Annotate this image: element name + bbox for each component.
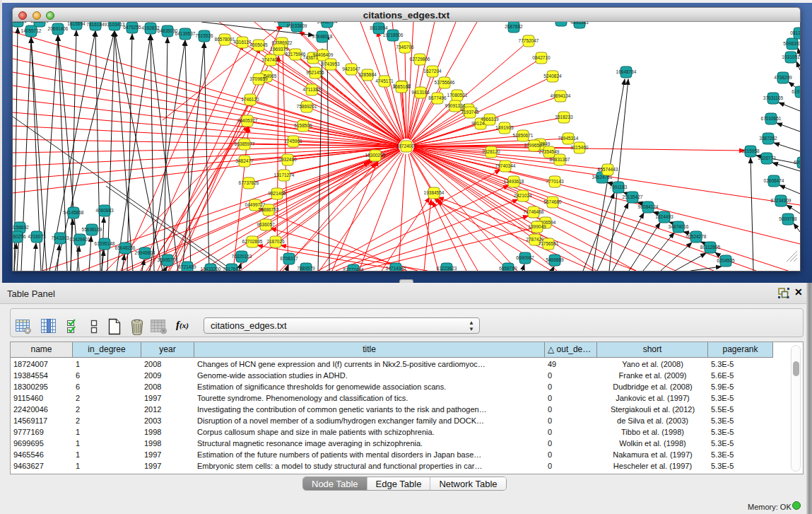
svg-text:1326773: 1326773 (758, 156, 776, 160)
svg-text:1031051: 1031051 (782, 54, 800, 59)
svg-text:14055712: 14055712 (21, 28, 42, 33)
svg-text:13433200: 13433200 (201, 267, 221, 271)
svg-text:51850671: 51850671 (513, 133, 534, 138)
svg-text:3387262: 3387262 (759, 136, 777, 141)
svg-text:3747407: 3747407 (261, 57, 280, 62)
svg-text:7193745: 7193745 (461, 110, 479, 115)
svg-text:00524278: 00524278 (686, 234, 707, 239)
svg-text:4738299: 4738299 (774, 75, 792, 80)
svg-text:16648784: 16648784 (616, 69, 637, 74)
svg-text:54145868: 54145868 (64, 210, 84, 215)
svg-text:2687682: 2687682 (505, 24, 523, 29)
svg-text:4966319: 4966319 (481, 117, 499, 122)
svg-text:0932480: 0932480 (278, 157, 297, 162)
svg-text:67737826: 67737826 (239, 180, 259, 185)
svg-text:77752047: 77752047 (519, 38, 539, 43)
svg-text:5466889: 5466889 (546, 257, 564, 262)
svg-text:36995777: 36995777 (158, 257, 178, 262)
svg-text:9636057: 9636057 (257, 222, 275, 227)
svg-text:4745171: 4745171 (375, 78, 394, 83)
svg-text:7515526: 7515526 (195, 33, 213, 38)
svg-text:1745961: 1745961 (284, 139, 302, 144)
svg-text:4711382: 4711382 (303, 87, 321, 92)
svg-text:13171274: 13171274 (274, 173, 295, 177)
svg-text:71746488: 71746488 (524, 209, 544, 214)
svg-text:3215958: 3215958 (741, 148, 760, 153)
svg-text:49894134: 49894134 (551, 93, 571, 98)
svg-text:86578091: 86578091 (215, 37, 235, 42)
svg-text:7889579: 7889579 (297, 266, 315, 271)
svg-text:7770143: 7770143 (546, 179, 564, 184)
svg-text:25135427: 25135427 (623, 194, 643, 199)
svg-text:80831367: 80831367 (550, 157, 570, 162)
svg-text:8708317: 8708317 (280, 256, 298, 261)
svg-text:93103413: 93103413 (105, 22, 125, 27)
svg-text:96405377: 96405377 (237, 118, 258, 123)
svg-text:3685160: 3685160 (392, 84, 411, 89)
svg-text:5158506: 5158506 (294, 123, 312, 128)
svg-text:6193990: 6193990 (792, 89, 800, 94)
svg-text:7346706: 7346706 (396, 45, 414, 49)
svg-text:34874016: 34874016 (669, 224, 689, 229)
svg-text:76945314: 76945314 (558, 136, 579, 141)
svg-text:13493618: 13493618 (504, 179, 524, 184)
svg-text:17080531: 17080531 (447, 93, 468, 98)
svg-text:5674680: 5674680 (543, 199, 562, 204)
svg-text:61595148: 61595148 (95, 241, 115, 246)
svg-text:16033809: 16033809 (287, 23, 307, 28)
svg-text:3285884: 3285884 (358, 72, 377, 77)
svg-text:18724007: 18724007 (396, 144, 417, 148)
svg-text:60385977: 60385977 (235, 141, 255, 146)
svg-text:75869261: 75869261 (297, 104, 317, 109)
svg-text:1969379: 1969379 (270, 47, 288, 52)
svg-text:7543303: 7543303 (51, 235, 69, 240)
svg-text:7917693: 7917693 (223, 267, 241, 271)
svg-text:5240824: 5240824 (543, 74, 562, 78)
svg-text:37996507: 37996507 (524, 143, 545, 148)
svg-text:1627204: 1627204 (423, 69, 442, 74)
svg-text:4060883: 4060883 (95, 208, 114, 213)
svg-text:18300295: 18300295 (365, 153, 386, 158)
svg-text:6998543: 6998543 (794, 160, 800, 165)
svg-text:04499727: 04499727 (245, 202, 266, 207)
svg-text:20691406: 20691406 (48, 26, 69, 31)
svg-text:5098393: 5098393 (783, 41, 800, 46)
svg-text:1615594: 1615594 (67, 22, 86, 26)
svg-text:9421047: 9421047 (342, 66, 360, 71)
svg-text:4216073: 4216073 (28, 234, 46, 239)
svg-text:8677496: 8677496 (428, 95, 447, 100)
svg-text:02606474: 02606474 (764, 178, 784, 183)
svg-text:9115460: 9115460 (571, 145, 589, 150)
svg-text:76320163: 76320163 (232, 254, 252, 259)
svg-text:6690967: 6690967 (516, 255, 534, 260)
svg-text:62729806: 62729806 (410, 57, 430, 62)
svg-text:0842710: 0842710 (532, 55, 551, 60)
svg-text:7182278: 7182278 (552, 22, 570, 23)
svg-text:4896383: 4896383 (570, 22, 589, 25)
svg-text:2328120: 2328120 (482, 149, 500, 154)
svg-text:8721489: 8721489 (178, 264, 196, 269)
svg-text:7187026: 7187026 (266, 239, 285, 244)
svg-text:64139537: 64139537 (175, 31, 196, 36)
svg-text:3518233: 3518233 (555, 115, 573, 119)
svg-text:3158692: 3158692 (13, 225, 29, 230)
svg-text:9743953: 9743953 (322, 62, 340, 66)
svg-text:1491905: 1491905 (495, 125, 514, 130)
svg-text:19384554: 19384554 (424, 190, 445, 195)
svg-text:1824493: 1824493 (655, 214, 673, 219)
svg-text:99091334: 99091334 (445, 103, 466, 108)
svg-text:9821465: 9821465 (268, 191, 286, 196)
svg-text:71756551: 71756551 (539, 241, 559, 246)
svg-text:01429401: 01429401 (70, 237, 90, 242)
svg-text:81223623: 81223623 (437, 266, 457, 271)
svg-text:6475255: 6475255 (123, 25, 141, 30)
svg-text:5009788: 5009788 (779, 216, 797, 221)
svg-text:51462704: 51462704 (317, 22, 338, 24)
svg-text:27354549: 27354549 (539, 149, 560, 154)
svg-text:4316117: 4316117 (234, 40, 252, 45)
svg-text:3709859: 3709859 (249, 76, 268, 81)
svg-text:94406409: 94406409 (313, 52, 334, 57)
svg-text:0433218: 0433218 (13, 22, 27, 23)
svg-text:3482477: 3482477 (235, 158, 254, 163)
svg-text:7816184: 7816184 (86, 22, 105, 27)
